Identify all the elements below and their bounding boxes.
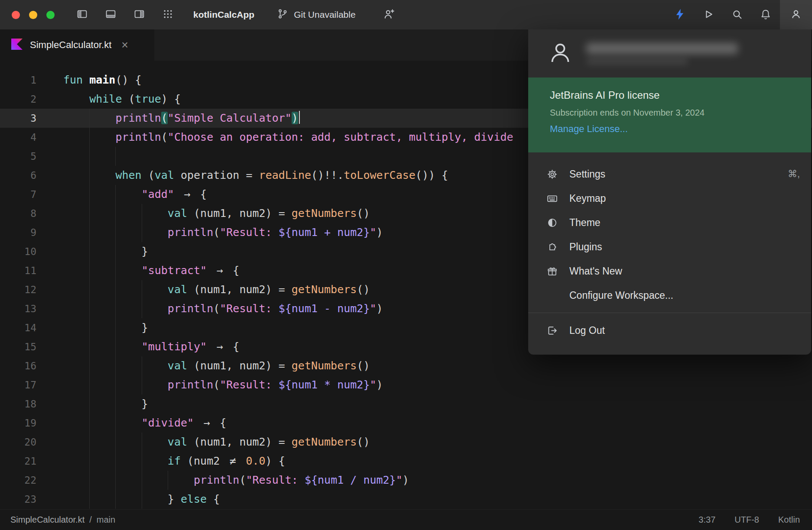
manage-license-link[interactable]: Manage License... xyxy=(550,123,789,135)
puzzle-icon xyxy=(546,241,558,253)
indent-guide xyxy=(89,185,90,204)
code-line[interactable]: 18 } xyxy=(0,394,812,414)
encoding-indicator[interactable]: UTF-8 xyxy=(734,515,759,525)
indent-guide xyxy=(115,299,116,318)
notifications-button[interactable] xyxy=(751,0,780,29)
git-branch-icon xyxy=(277,8,288,22)
account-button[interactable] xyxy=(780,0,812,29)
menu-item-plugins[interactable]: Plugins xyxy=(528,235,811,259)
breadcrumb[interactable]: SimpleCalculator.kt / main xyxy=(10,515,115,525)
line-number: 13 xyxy=(0,299,45,318)
indent-guide xyxy=(89,261,90,280)
code-line[interactable]: 23 } else { xyxy=(0,490,812,509)
indent-guide xyxy=(115,356,116,375)
git-status-button[interactable]: Git Unavailable xyxy=(277,8,355,22)
kotlin-file-icon xyxy=(11,39,23,52)
user-name-redacted xyxy=(586,43,792,64)
license-subtitle: Subscription ends on November 3, 2024 xyxy=(550,108,789,118)
fleet-window: kotlinCalcApp Git Unavailable xyxy=(0,0,812,530)
code-line[interactable]: 22 println("Result: ${num1 / num2}") xyxy=(0,471,812,490)
theme-icon xyxy=(546,217,558,229)
indent-guide xyxy=(142,299,142,318)
window-controls xyxy=(0,11,68,19)
menu-item-label: Theme xyxy=(569,217,800,229)
code-text: } else { xyxy=(45,490,812,509)
line-number: 7 xyxy=(0,185,45,204)
code-text: println("Result: ${num1 * num2}") xyxy=(45,375,812,394)
status-bar: SimpleCalculator.kt / main 3:37 UTF-8 Ko… xyxy=(0,509,812,530)
indent-guide xyxy=(89,128,90,147)
indent-guide xyxy=(89,394,90,414)
tab-simplecalculator[interactable]: SimpleCalculator.kt × xyxy=(0,29,154,61)
line-number: 20 xyxy=(0,433,45,452)
workspaces-grid-button[interactable] xyxy=(153,0,182,29)
code-line[interactable]: 16 val (num1, num2) = getNumbers() xyxy=(0,356,812,375)
menu-item-label: Configure Workspace... xyxy=(569,290,800,301)
menu-item-what-s-new[interactable]: What's New xyxy=(528,259,811,283)
no-icon xyxy=(546,290,558,301)
toggle-left-panel-button[interactable] xyxy=(68,0,96,29)
keyboard-icon xyxy=(546,193,558,204)
close-window-button[interactable] xyxy=(12,11,20,19)
code-text: "divide" → { xyxy=(45,414,812,433)
code-text: } xyxy=(45,394,812,414)
account-user-row xyxy=(528,29,811,78)
menu-item-keymap[interactable]: Keymap xyxy=(528,186,811,210)
breadcrumb-separator: / xyxy=(89,515,92,525)
menu-item-settings[interactable]: Settings⌘, xyxy=(528,162,811,186)
indent-guide xyxy=(115,414,116,433)
line-number: 9 xyxy=(0,223,45,242)
panel-left-icon xyxy=(76,8,88,21)
line-number: 19 xyxy=(0,414,45,433)
run-button[interactable] xyxy=(694,0,723,29)
line-number: 21 xyxy=(0,452,45,471)
account-menu-footer: Log Out xyxy=(528,318,811,343)
menu-item-configure-workspace[interactable]: Configure Workspace... xyxy=(528,283,811,307)
code-line[interactable]: 21 if (num2 ≠ 0.0) { xyxy=(0,452,812,471)
code-line[interactable]: 19 "divide" → { xyxy=(0,414,812,433)
indent-guide xyxy=(115,185,116,204)
layout-toggle-group xyxy=(68,0,182,29)
project-name[interactable]: kotlinCalcApp xyxy=(193,10,254,20)
indent-guide xyxy=(168,471,168,490)
close-tab-icon[interactable]: × xyxy=(121,39,128,51)
indent-guide xyxy=(115,261,116,280)
menu-separator xyxy=(528,313,811,313)
line-number: 8 xyxy=(0,204,45,223)
menu-item-log-out[interactable]: Log Out xyxy=(528,318,811,343)
indent-guide xyxy=(142,223,142,242)
indent-guide xyxy=(89,375,90,394)
collaborate-button[interactable] xyxy=(377,0,402,29)
indent-guide xyxy=(142,433,142,452)
minimize-window-button[interactable] xyxy=(29,11,37,19)
menu-item-label: What's New xyxy=(569,265,800,277)
code-line[interactable]: 17 println("Result: ${num1 * num2}") xyxy=(0,375,812,394)
tab-label: SimpleCalculator.kt xyxy=(30,39,111,51)
menu-item-theme[interactable]: Theme xyxy=(528,210,811,235)
line-number: 10 xyxy=(0,242,45,261)
text-caret xyxy=(299,111,300,124)
search-button[interactable] xyxy=(723,0,751,29)
indent-guide xyxy=(142,204,142,223)
toggle-right-panel-button[interactable] xyxy=(125,0,153,29)
indent-guide xyxy=(89,223,90,242)
indent-guide xyxy=(89,471,90,490)
zoom-window-button[interactable] xyxy=(46,11,55,19)
git-status-label: Git Unavailable xyxy=(294,10,355,20)
indent-guide xyxy=(89,452,90,471)
toggle-bottom-panel-button[interactable] xyxy=(96,0,125,29)
ai-assistant-button[interactable] xyxy=(666,0,694,29)
language-indicator[interactable]: Kotlin xyxy=(778,515,800,525)
indent-guide xyxy=(115,452,116,471)
indent-guide xyxy=(89,280,90,299)
caret-position-indicator[interactable]: 3:37 xyxy=(698,515,715,525)
logout-icon xyxy=(546,325,558,336)
indent-guide xyxy=(115,394,116,414)
code-line[interactable]: 20 val (num1, num2) = getNumbers() xyxy=(0,433,812,452)
indent-guide xyxy=(142,471,142,490)
line-number: 23 xyxy=(0,490,45,509)
indent-guide xyxy=(115,433,116,452)
panel-bottom-icon xyxy=(105,8,117,21)
avatar-icon xyxy=(547,40,573,68)
play-icon xyxy=(702,8,715,22)
